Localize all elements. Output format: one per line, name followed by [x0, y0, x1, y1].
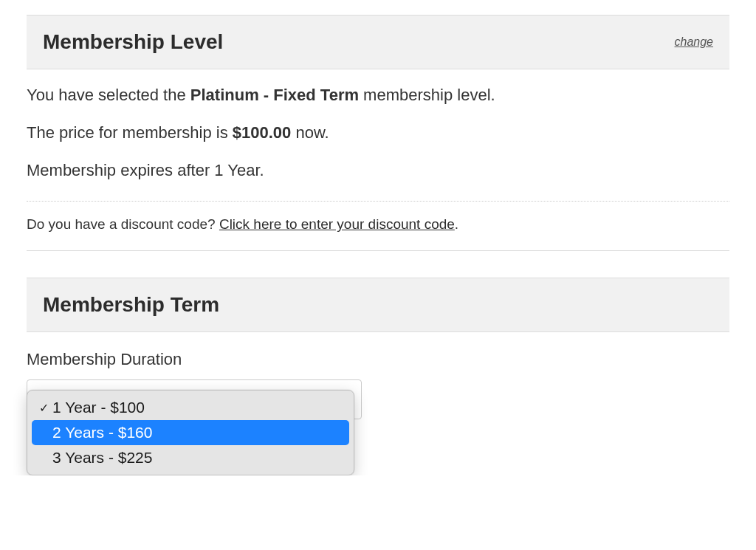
- price-line: The price for membership is $100.00 now.: [27, 107, 729, 145]
- selected-level-prefix: You have selected the: [27, 86, 190, 104]
- discount-code-link[interactable]: Click here to enter your discount code: [219, 216, 455, 232]
- membership-term-heading: Membership Term: [43, 293, 219, 317]
- membership-level-header: Membership Level change: [27, 15, 729, 69]
- duration-option-label: 3 Years - $225: [52, 449, 152, 467]
- dotted-divider: [27, 201, 729, 202]
- duration-option-label: 2 Years - $160: [52, 424, 152, 441]
- price-suffix: now.: [291, 123, 329, 142]
- membership-level-heading: Membership Level: [43, 30, 223, 54]
- membership-level-section: Membership Level change You have selecte…: [27, 15, 729, 251]
- duration-option-2[interactable]: 2 Years - $160: [32, 420, 349, 445]
- membership-term-section: Membership Term Membership Duration ✓ 1 …: [27, 278, 729, 419]
- change-level-link[interactable]: change: [675, 35, 714, 49]
- selected-level-name: Platinum - Fixed Term: [190, 86, 359, 104]
- duration-option-3[interactable]: 3 Years - $225: [32, 445, 349, 470]
- duration-select-wrapper: ✓ 1 Year - $100 2 Years - $160 3 Years -…: [27, 379, 362, 419]
- check-icon: ✓: [39, 401, 52, 415]
- selected-level-line: You have selected the Platinum - Fixed T…: [27, 69, 729, 107]
- duration-label: Membership Duration: [27, 350, 729, 369]
- discount-prompt: Do you have a discount code?: [27, 216, 219, 232]
- membership-term-body: Membership Duration ✓ 1 Year - $100 2 Ye…: [27, 332, 729, 419]
- membership-level-body: You have selected the Platinum - Fixed T…: [27, 69, 729, 251]
- duration-option-1[interactable]: ✓ 1 Year - $100: [32, 395, 349, 420]
- discount-line: Do you have a discount code? Click here …: [27, 216, 729, 233]
- discount-period: .: [455, 216, 458, 232]
- expiry-line: Membership expires after 1 Year.: [27, 145, 729, 182]
- duration-option-label: 1 Year - $100: [52, 399, 145, 416]
- membership-term-header: Membership Term: [27, 278, 729, 332]
- selected-level-suffix: membership level.: [359, 86, 495, 104]
- price-prefix: The price for membership is: [27, 123, 233, 142]
- price-value: $100.00: [233, 123, 292, 142]
- level-info: You have selected the Platinum - Fixed T…: [27, 69, 729, 182]
- duration-dropdown: ✓ 1 Year - $100 2 Years - $160 3 Years -…: [27, 390, 354, 475]
